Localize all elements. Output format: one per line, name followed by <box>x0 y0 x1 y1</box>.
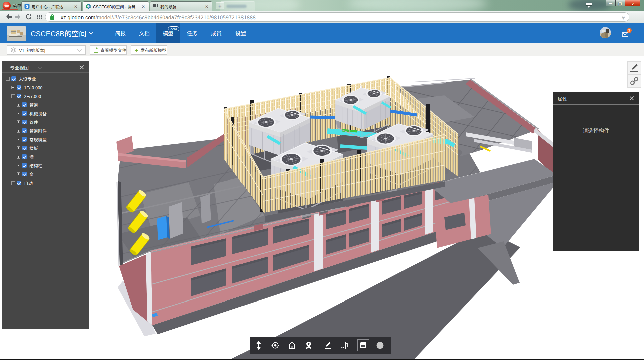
browser-logo-icon[interactable] <box>3 2 11 10</box>
https-lock-icon[interactable] <box>50 14 54 20</box>
tree-checkbox[interactable] <box>17 85 21 90</box>
tree-expander-icon[interactable] <box>17 155 20 159</box>
elevation-tool-icon[interactable] <box>250 337 267 354</box>
render-quality-tool-icon[interactable] <box>372 337 388 354</box>
nav-documents[interactable]: 文档 <box>134 23 154 43</box>
browser-menu-button[interactable]: 菜单 <box>13 2 21 9</box>
tree-checkbox[interactable] <box>17 94 21 98</box>
tab-my-nav[interactable]: 我的导航 ✕ <box>150 1 212 11</box>
tab-close-icon[interactable]: ✕ <box>204 4 209 9</box>
view-model-files-button[interactable]: 查看模型文件 <box>90 45 127 55</box>
tree-row[interactable]: 楼板 <box>17 144 38 152</box>
tree-checkbox[interactable] <box>22 146 27 150</box>
tree-row[interactable]: 自动 <box>11 178 33 187</box>
tree-label: 自动 <box>24 180 33 186</box>
tree-expander-icon[interactable] <box>11 86 15 89</box>
tab-close-icon[interactable]: ✕ <box>141 4 146 9</box>
browser-window: 菜单 G 用户中心 - 广联达 ✕ CSCEC8B的空间 - 协筑 ✕ 我的导航… <box>0 0 644 361</box>
tree-expander-icon[interactable] <box>17 138 20 141</box>
properties-close-icon[interactable] <box>630 96 634 100</box>
nav-briefing[interactable]: 简报 <box>110 23 130 43</box>
reload-icon[interactable] <box>25 14 32 20</box>
tree-label: 未设专业 <box>19 76 36 82</box>
markup-tool-button[interactable] <box>627 61 641 75</box>
nav-model-active[interactable]: 模型 <box>156 23 180 43</box>
tree-checkbox[interactable] <box>22 111 27 116</box>
tree-row[interactable]: 未设专业 <box>6 74 36 83</box>
orbit-tool-icon[interactable] <box>267 337 284 354</box>
tree-row[interactable]: 常规模型 <box>17 135 47 144</box>
space-title-caret-icon[interactable] <box>90 32 93 35</box>
version-select[interactable]: V1 [初始版本] <box>7 45 86 55</box>
space-title-group[interactable]: CSCEC8B的空间 <box>31 23 93 43</box>
tree-expander-icon[interactable] <box>17 146 20 150</box>
tree-expander-icon[interactable] <box>6 77 10 81</box>
window-close-button[interactable]: x <box>625 0 640 6</box>
tree-checkbox[interactable] <box>22 120 27 124</box>
model-left-end[interactable] <box>118 252 156 336</box>
publish-new-version-button[interactable]: + 发布新版模型 <box>131 45 167 55</box>
tree-expander-icon[interactable] <box>17 103 20 107</box>
tree-row[interactable]: 管件 <box>17 118 38 126</box>
tab-space-active[interactable]: CSCEC8B的空间 - 协筑 ✕ <box>83 1 149 11</box>
address-input[interactable]: xz.glodon.com/model/#!/e73c8c46c9bb4d60a… <box>45 12 629 22</box>
toolbar-separator <box>318 341 318 350</box>
apps-grid-icon[interactable] <box>36 14 43 20</box>
tree-checkbox[interactable] <box>17 180 21 185</box>
tree-row[interactable]: 窗 <box>17 170 34 178</box>
home-tool-icon[interactable] <box>284 337 300 354</box>
tree-row[interactable]: 2F/7.000 <box>11 92 41 100</box>
space-title[interactable]: CSCEC8B的空间 <box>31 28 86 38</box>
tree-expander-icon[interactable] <box>17 120 20 124</box>
tree-checkbox[interactable] <box>22 163 27 168</box>
tree-expander-icon[interactable] <box>17 129 20 133</box>
component-list-tool-icon[interactable] <box>355 337 372 354</box>
space-thumbnail[interactable] <box>7 26 26 41</box>
tab-user-center[interactable]: G 用户中心 - 广联达 ✕ <box>21 1 82 11</box>
tree-checkbox[interactable] <box>22 137 27 142</box>
nav-tasks[interactable]: 任务 <box>182 23 202 43</box>
tree-row[interactable]: 管道附件 <box>17 126 47 135</box>
tree-row[interactable]: 管道 <box>17 100 38 109</box>
tree-checkbox[interactable] <box>22 102 27 107</box>
link-icon <box>628 75 641 87</box>
tab-close-icon[interactable]: ✕ <box>73 4 78 9</box>
tree-checkbox[interactable] <box>22 172 27 176</box>
plus-icon: + <box>135 46 138 54</box>
markup-tool2-icon[interactable] <box>319 337 336 354</box>
user-avatar[interactable] <box>600 27 611 38</box>
messages-count-badge: 3 <box>627 28 632 33</box>
window-minimize-button[interactable]: — <box>606 0 615 6</box>
section-box-tool-icon[interactable] <box>336 337 353 354</box>
tree-row[interactable]: 1F/-0.000 <box>11 83 43 92</box>
tree-expander-icon[interactable] <box>17 112 20 115</box>
nav-members[interactable]: 成员 <box>206 23 226 43</box>
tree-panel-title[interactable]: 专业视图 <box>10 64 29 71</box>
tree-checkbox[interactable] <box>11 76 16 81</box>
window-restore-button[interactable]: ❐ <box>615 0 625 6</box>
tree-panel-caret-icon[interactable] <box>38 65 41 69</box>
bim-model-3d[interactable] <box>0 56 644 359</box>
tree-expander-icon[interactable] <box>17 164 20 167</box>
tree-expander-icon[interactable] <box>11 181 15 185</box>
tree-label: 机械设备 <box>29 110 47 117</box>
tree-panel-close-icon[interactable] <box>79 65 84 69</box>
messages-envelope-icon[interactable] <box>622 32 628 37</box>
tree-row[interactable]: 墙 <box>17 152 34 161</box>
tree-row[interactable]: 结构柱 <box>17 161 42 170</box>
tree-checkbox[interactable] <box>22 128 27 133</box>
favorite-heart-icon[interactable]: ♥ <box>622 13 625 21</box>
tab3-favicon-icon <box>153 4 158 9</box>
model-viewport[interactable] <box>0 56 644 359</box>
tree-checkbox[interactable] <box>22 154 27 159</box>
window-menu-icon[interactable] <box>584 2 593 8</box>
nav-settings[interactable]: 设置 <box>231 23 251 43</box>
tree-expander-icon[interactable] <box>11 94 15 98</box>
tree-row[interactable]: 机械设备 <box>17 109 47 118</box>
forward-icon[interactable] <box>14 14 21 20</box>
tab-title: 我的导航 <box>160 4 202 9</box>
tree-expander-icon[interactable] <box>17 172 20 176</box>
location-tool-icon[interactable] <box>300 337 317 354</box>
share-link-button[interactable] <box>627 74 641 88</box>
back-icon[interactable] <box>6 14 12 20</box>
